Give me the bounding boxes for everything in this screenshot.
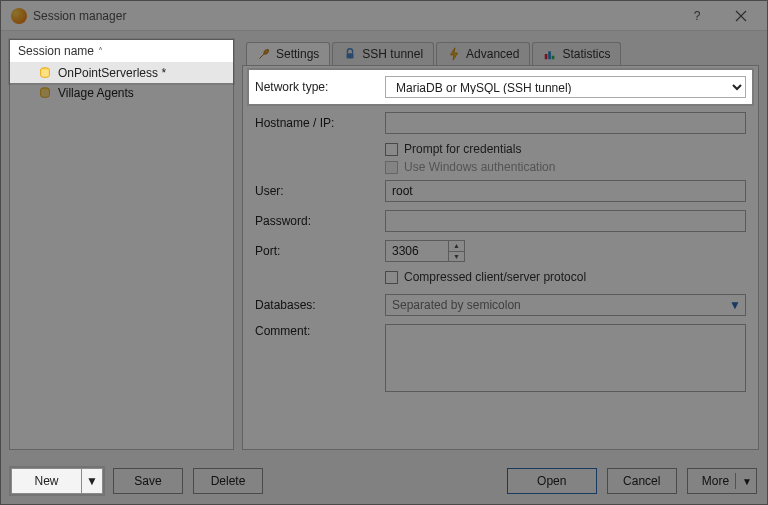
window-title: Session manager: [33, 9, 675, 23]
open-button[interactable]: Open: [507, 468, 597, 494]
network-type-label: Network type:: [255, 80, 385, 94]
row-hostname: Hostname / IP:: [255, 112, 746, 134]
caret-down-icon: ▼: [742, 476, 752, 487]
footer-bar: New ▼ Save Delete Open Cancel More▼: [1, 458, 767, 504]
prompt-credentials-checkbox[interactable]: Prompt for credentials: [385, 142, 746, 156]
tab-bar: Settings SSH tunnel Advanced Statistics: [242, 39, 759, 65]
windows-auth-checkbox: Use Windows authentication: [385, 160, 746, 174]
main-pane: Settings SSH tunnel Advanced Statistics: [242, 39, 759, 450]
comment-label: Comment:: [255, 324, 385, 338]
lightning-icon: [447, 47, 461, 61]
wrench-icon: [257, 47, 271, 61]
bar-chart-icon: [543, 47, 557, 61]
user-input[interactable]: [385, 180, 746, 202]
port-label: Port:: [255, 244, 385, 258]
tab-settings[interactable]: Settings: [246, 42, 330, 65]
tab-statistics[interactable]: Statistics: [532, 42, 621, 65]
titlebar: Session manager ?: [1, 1, 767, 31]
session-item-label: Village Agents: [58, 86, 134, 100]
save-button[interactable]: Save: [113, 468, 183, 494]
caret-down-icon: ▼: [86, 474, 98, 488]
svg-rect-5: [552, 56, 555, 60]
database-icon: [38, 86, 52, 100]
svg-rect-2: [347, 53, 354, 58]
delete-button[interactable]: Delete: [193, 468, 263, 494]
new-button[interactable]: New: [11, 468, 81, 494]
comment-textarea[interactable]: [385, 324, 746, 392]
more-button[interactable]: More▼: [687, 468, 757, 494]
row-password: Password:: [255, 210, 746, 232]
settings-panel: Network type: MariaDB or MySQL (SSH tunn…: [242, 65, 759, 450]
hostname-input[interactable]: [385, 112, 746, 134]
network-type-select[interactable]: MariaDB or MySQL (SSH tunnel): [385, 76, 746, 98]
new-dropdown-button[interactable]: ▼: [81, 468, 103, 494]
user-label: User:: [255, 184, 385, 198]
session-item-onpointserverless[interactable]: OnPointServerless *: [10, 63, 233, 83]
hostname-label: Hostname / IP:: [255, 116, 385, 130]
lock-icon: [343, 47, 357, 61]
app-icon: [11, 8, 27, 24]
row-databases: Databases: ▼: [255, 294, 746, 316]
port-input[interactable]: [385, 240, 449, 262]
svg-rect-4: [549, 51, 552, 59]
databases-input[interactable]: [385, 294, 746, 316]
port-spinner[interactable]: ▲▼: [449, 240, 465, 262]
session-sidebar: Session name ˄ OnPointServerless * Villa…: [9, 39, 234, 450]
row-network-type: Network type: MariaDB or MySQL (SSH tunn…: [249, 70, 752, 104]
row-user: User:: [255, 180, 746, 202]
svg-rect-3: [545, 54, 548, 59]
tab-ssh-tunnel[interactable]: SSH tunnel: [332, 42, 434, 65]
tab-advanced[interactable]: Advanced: [436, 42, 530, 65]
session-name-header[interactable]: Session name ˄: [10, 40, 233, 63]
close-button[interactable]: [719, 2, 763, 30]
compressed-protocol-checkbox[interactable]: Compressed client/server protocol: [385, 270, 746, 284]
cancel-button[interactable]: Cancel: [607, 468, 677, 494]
session-manager-window: Session manager ? Session name ˄ OnPoint…: [0, 0, 768, 505]
databases-label: Databases:: [255, 298, 385, 312]
database-icon: [38, 66, 52, 80]
password-input[interactable]: [385, 210, 746, 232]
new-button-group: New ▼: [11, 468, 103, 494]
help-button[interactable]: ?: [675, 2, 719, 30]
row-port: Port: ▲▼: [255, 240, 746, 262]
row-comment: Comment:: [255, 324, 746, 395]
session-item-village-agents[interactable]: Village Agents: [10, 83, 233, 103]
databases-dropdown-icon[interactable]: ▼: [725, 295, 745, 315]
password-label: Password:: [255, 214, 385, 228]
session-item-label: OnPointServerless *: [58, 66, 166, 80]
sort-chevron-icon: ˄: [98, 46, 103, 57]
